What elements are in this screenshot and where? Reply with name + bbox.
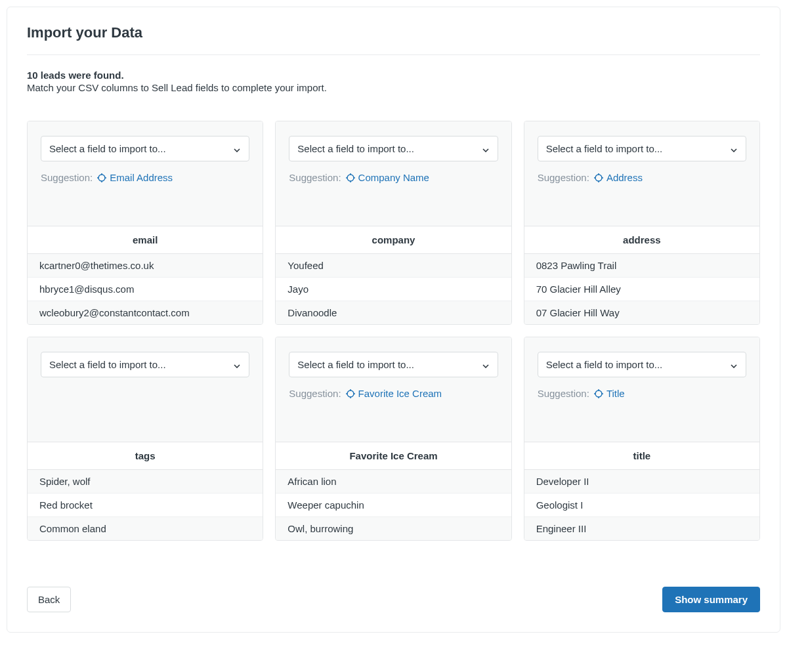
suggestion-row: Suggestion:Title bbox=[538, 388, 746, 399]
suggestion-link[interactable]: Title bbox=[593, 388, 625, 399]
status-text: 10 leads were found. bbox=[27, 70, 760, 81]
columns-grid: Select a field to import to...Suggestion… bbox=[27, 121, 760, 541]
source-column-name: Favorite Ice Cream bbox=[276, 442, 511, 470]
column-mapping-header: Select a field to import to...Suggestion… bbox=[276, 121, 511, 226]
target-icon bbox=[96, 173, 107, 183]
target-icon bbox=[345, 388, 356, 399]
divider bbox=[27, 54, 760, 55]
field-select-wrapper: Select a field to import to... bbox=[41, 136, 249, 161]
target-icon bbox=[593, 388, 604, 399]
svg-point-15 bbox=[347, 390, 354, 397]
source-column-name: tags bbox=[28, 442, 263, 470]
suggestion-label: Suggestion: bbox=[41, 172, 93, 183]
preview-rows: Spider, wolfRed brocketCommon eland bbox=[28, 470, 263, 540]
suggestion-text: Favorite Ice Cream bbox=[358, 388, 442, 399]
preview-cell: Owl, burrowing bbox=[276, 517, 511, 540]
preview-cell: Geologist I bbox=[524, 494, 759, 517]
page-title: Import your Data bbox=[27, 24, 760, 54]
source-column-name: company bbox=[276, 226, 511, 254]
suggestion-link[interactable]: Favorite Ice Cream bbox=[345, 388, 442, 399]
target-icon bbox=[593, 173, 604, 183]
preview-rows: African lionWeeper capuchinOwl, burrowin… bbox=[276, 470, 511, 540]
help-text: Match your CSV columns to Sell Lead fiel… bbox=[27, 82, 760, 93]
suggestion-row: Suggestion:Company Name bbox=[289, 172, 498, 183]
preview-cell: 07 Glacier Hill Way bbox=[524, 301, 759, 324]
field-select-wrapper: Select a field to import to... bbox=[289, 352, 498, 377]
svg-point-0 bbox=[98, 175, 105, 181]
preview-cell: Divanoodle bbox=[276, 301, 511, 324]
suggestion-row: Suggestion:Address bbox=[538, 172, 746, 183]
suggestion-link[interactable]: Address bbox=[593, 172, 643, 183]
column-card: Select a field to import to...Suggestion… bbox=[275, 337, 511, 541]
column-mapping-header: Select a field to import to...Suggestion… bbox=[524, 121, 759, 226]
column-mapping-header: Select a field to import to...Suggestion… bbox=[276, 337, 511, 442]
field-select-wrapper: Select a field to import to... bbox=[538, 352, 746, 377]
suggestion-row: Suggestion:Favorite Ice Cream bbox=[289, 388, 498, 399]
preview-cell: Common eland bbox=[28, 517, 263, 540]
source-column-name: email bbox=[28, 226, 263, 254]
preview-cell: African lion bbox=[276, 470, 511, 494]
preview-cell: Weeper capuchin bbox=[276, 494, 511, 517]
preview-cell: Spider, wolf bbox=[28, 470, 263, 494]
column-card: Select a field to import to...Suggestion… bbox=[524, 121, 760, 325]
suggestion-text: Company Name bbox=[358, 172, 429, 183]
field-select[interactable]: Select a field to import to... bbox=[41, 136, 249, 161]
suggestion-text: Email Address bbox=[110, 172, 173, 183]
import-panel: Import your Data 10 leads were found. Ma… bbox=[7, 7, 780, 633]
column-mapping-header: Select a field to import to... bbox=[28, 337, 263, 442]
suggestion-label: Suggestion: bbox=[538, 172, 589, 183]
suggestion-label: Suggestion: bbox=[289, 172, 341, 183]
preview-cell: Jayo bbox=[276, 278, 511, 301]
suggestion-label: Suggestion: bbox=[289, 388, 341, 399]
svg-point-5 bbox=[347, 175, 354, 181]
field-select[interactable]: Select a field to import to... bbox=[289, 352, 498, 377]
preview-cell: hbryce1@disqus.com bbox=[28, 278, 263, 301]
suggestion-row: Suggestion:Email Address bbox=[41, 172, 249, 183]
source-column-name: title bbox=[524, 442, 759, 470]
field-select-wrapper: Select a field to import to... bbox=[41, 352, 249, 377]
preview-rows: Developer IIGeologist IEngineer III bbox=[524, 470, 759, 540]
suggestion-label: Suggestion: bbox=[538, 388, 589, 399]
suggestion-text: Title bbox=[606, 388, 625, 399]
column-card: Select a field to import to...Suggestion… bbox=[27, 121, 263, 325]
field-select-wrapper: Select a field to import to... bbox=[289, 136, 498, 161]
preview-cell: wcleobury2@constantcontact.com bbox=[28, 301, 263, 324]
suggestion-link[interactable]: Email Address bbox=[96, 172, 173, 183]
preview-cell: kcartner0@thetimes.co.uk bbox=[28, 254, 263, 278]
suggestion-text: Address bbox=[606, 172, 643, 183]
preview-rows: 0823 Pawling Trail70 Glacier Hill Alley0… bbox=[524, 254, 759, 324]
preview-cell: 0823 Pawling Trail bbox=[524, 254, 759, 278]
show-summary-button[interactable]: Show summary bbox=[662, 587, 760, 612]
preview-cell: Developer II bbox=[524, 470, 759, 494]
column-card: Select a field to import to...Suggestion… bbox=[275, 121, 511, 325]
suggestion-link[interactable]: Company Name bbox=[345, 172, 429, 183]
preview-cell: 70 Glacier Hill Alley bbox=[524, 278, 759, 301]
back-button[interactable]: Back bbox=[27, 587, 71, 612]
svg-point-20 bbox=[595, 390, 602, 397]
column-card: Select a field to import to...tagsSpider… bbox=[27, 337, 263, 541]
field-select-wrapper: Select a field to import to... bbox=[538, 136, 746, 161]
preview-rows: kcartner0@thetimes.co.ukhbryce1@disqus.c… bbox=[28, 254, 263, 324]
preview-cell: Engineer III bbox=[524, 517, 759, 540]
column-mapping-header: Select a field to import to...Suggestion… bbox=[524, 337, 759, 442]
field-select[interactable]: Select a field to import to... bbox=[538, 136, 746, 161]
target-icon bbox=[345, 173, 356, 183]
preview-cell: Red brocket bbox=[28, 494, 263, 517]
column-mapping-header: Select a field to import to...Suggestion… bbox=[28, 121, 263, 226]
preview-rows: YoufeedJayoDivanoodle bbox=[276, 254, 511, 324]
svg-point-10 bbox=[595, 175, 602, 181]
preview-cell: Youfeed bbox=[276, 254, 511, 278]
field-select[interactable]: Select a field to import to... bbox=[41, 352, 249, 377]
footer: Back Show summary bbox=[27, 587, 760, 612]
field-select[interactable]: Select a field to import to... bbox=[289, 136, 498, 161]
source-column-name: address bbox=[524, 226, 759, 254]
column-card: Select a field to import to...Suggestion… bbox=[524, 337, 760, 541]
field-select[interactable]: Select a field to import to... bbox=[538, 352, 746, 377]
